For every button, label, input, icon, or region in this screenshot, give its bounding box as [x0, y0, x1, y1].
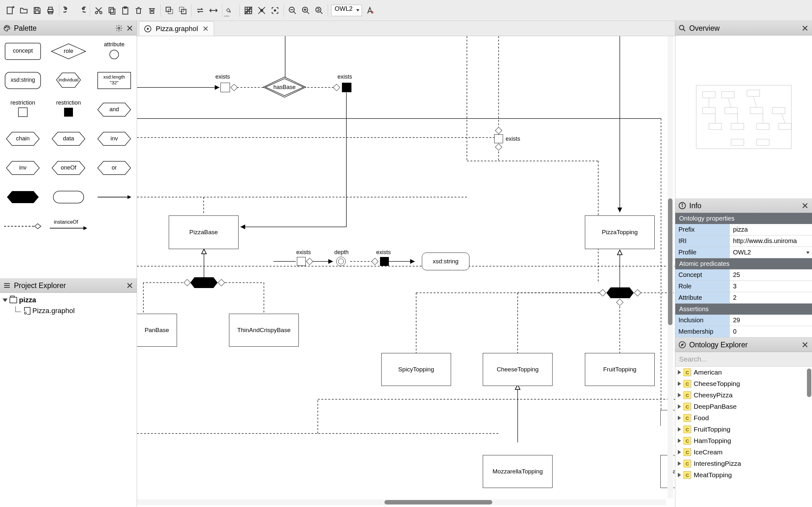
tree-expand-icon[interactable]	[678, 416, 681, 420]
tree-root-row[interactable]: pizza	[1, 295, 136, 305]
profile-select[interactable]: OWL2	[331, 5, 362, 16]
snap-icon[interactable]	[256, 5, 267, 16]
node-cheesetopping[interactable]: CheeseTopping	[483, 353, 553, 386]
canvas-hscroll[interactable]	[137, 499, 666, 505]
print-icon[interactable]	[45, 5, 56, 16]
node-spicytopping[interactable]: SpicyTopping	[381, 353, 451, 386]
resize-h-icon[interactable]	[208, 5, 219, 16]
fill-icon[interactable]	[225, 5, 236, 16]
overview-close-icon[interactable]	[801, 24, 809, 32]
ontology-item[interactable]: CFruitTopping	[675, 424, 812, 435]
palette-inv2[interactable]: inv	[3, 158, 43, 177]
palette-instanceof[interactable]: instanceOf	[49, 217, 89, 236]
overview-minimap[interactable]	[675, 36, 812, 199]
restriction-black-2[interactable]	[380, 257, 389, 266]
swap-h-icon[interactable]	[195, 5, 206, 16]
blackhex-right[interactable]	[606, 286, 635, 299]
palette-close-icon[interactable]	[126, 24, 134, 32]
tree-expand-icon[interactable]	[678, 404, 681, 409]
zoom-in-icon[interactable]	[300, 5, 311, 16]
node-xsdstring[interactable]: xsd:string	[422, 252, 469, 270]
info-close-icon[interactable]	[801, 202, 809, 210]
redo-icon[interactable]	[76, 5, 87, 16]
palette-restriction-white[interactable]: restriction	[3, 100, 43, 119]
ontology-item[interactable]: CCheesyPizza	[675, 389, 812, 401]
attribute-depth[interactable]	[336, 257, 346, 266]
node-fruittopping[interactable]: FruitTopping	[585, 353, 655, 386]
copy-icon[interactable]	[107, 5, 117, 16]
clear-icon[interactable]	[147, 5, 157, 16]
node-hasbase[interactable]: hasBase	[262, 76, 307, 98]
save-icon[interactable]	[32, 5, 43, 16]
bring-front-icon[interactable]	[177, 5, 188, 16]
tree-expand-icon[interactable]	[678, 439, 681, 443]
new-file-icon[interactable]	[5, 5, 16, 16]
palette-concept[interactable]: concept	[3, 42, 43, 61]
ontology-item[interactable]: CHamTopping	[675, 435, 812, 447]
tab-close-icon[interactable]: ✕	[202, 24, 209, 33]
node-mozzarella[interactable]: MozzarellaTopping	[483, 455, 553, 488]
ontology-item[interactable]: CMeatTopping	[675, 469, 812, 481]
blackhex-left[interactable]	[190, 276, 218, 289]
palette-individual[interactable]: individual	[49, 71, 89, 90]
node-thincrispy[interactable]: ThinAndCrispyBase	[229, 314, 299, 347]
open-folder-icon[interactable]	[18, 5, 29, 16]
diagram-canvas[interactable]: hasBase exists exists exists PizzaBase P…	[137, 36, 675, 507]
delete-icon[interactable]	[133, 5, 144, 16]
zoom-out-icon[interactable]	[287, 5, 298, 16]
palette-dashed-diamond[interactable]	[3, 217, 43, 236]
tree-expand-icon[interactable]	[678, 393, 681, 397]
tree-expand-icon[interactable]	[678, 427, 681, 432]
ontology-item[interactable]: CIceCream	[675, 447, 812, 458]
palette-inv1[interactable]: inv	[94, 129, 134, 148]
tree-expand-icon[interactable]	[678, 450, 681, 454]
ontology-item[interactable]: CDeepPanBase	[675, 401, 812, 412]
center-icon[interactable]	[270, 5, 281, 16]
palette-chain[interactable]: chain	[3, 129, 43, 148]
palette-attribute[interactable]: attribute	[94, 42, 134, 61]
zoom-reset-icon[interactable]	[314, 5, 324, 16]
svg-rect-144	[722, 92, 734, 98]
ontology-scrollbar[interactable]	[807, 369, 811, 397]
restriction-black-1[interactable]	[342, 83, 351, 92]
tab-pizza[interactable]: Pizza.graphol ✕	[139, 21, 214, 36]
ontology-item[interactable]: CAmerican	[675, 367, 812, 378]
ontology-explorer-close-icon[interactable]	[801, 341, 809, 349]
canvas-vscroll[interactable]	[667, 36, 673, 498]
palette-xsdlength[interactable]: xsd:length"32"	[94, 71, 134, 90]
grid-off-icon[interactable]	[243, 5, 254, 16]
undo-icon[interactable]	[62, 5, 73, 16]
palette-settings-icon[interactable]	[115, 24, 123, 32]
tree-expand-icon[interactable]	[678, 473, 681, 477]
paste-icon[interactable]	[120, 5, 131, 16]
tree-expand-icon[interactable]	[678, 382, 681, 386]
node-pizzabase[interactable]: PizzaBase	[169, 216, 239, 249]
palette-oneof[interactable]: oneOf	[49, 158, 89, 177]
restriction-white-2[interactable]	[297, 257, 306, 266]
cut-icon[interactable]	[93, 5, 104, 16]
tree-file-row[interactable]: G Pizza.graphol	[1, 305, 136, 316]
node-panbase[interactable]: PanBase	[137, 314, 177, 347]
ontology-item[interactable]: CCheeseTopping	[675, 378, 812, 389]
project-explorer-close-icon[interactable]	[126, 282, 134, 289]
ontology-item[interactable]: CFood	[675, 412, 812, 424]
palette-or[interactable]: or	[94, 158, 134, 177]
palette-restriction-black[interactable]: restriction	[49, 100, 89, 119]
palette-data[interactable]: data	[49, 129, 89, 148]
tree-expand-icon[interactable]	[678, 461, 681, 466]
palette-role[interactable]: role	[49, 42, 89, 61]
palette-arrow[interactable]	[94, 187, 134, 207]
ontology-item[interactable]: CInterestingPizza	[675, 458, 812, 469]
palette-xsdstring[interactable]: xsd:string	[3, 71, 43, 90]
ontology-search-input[interactable]	[678, 355, 809, 364]
restriction-white-1[interactable]	[220, 83, 230, 92]
palette-and[interactable]: and	[94, 100, 134, 119]
tree-expand-icon[interactable]	[678, 370, 681, 375]
restriction-white-center[interactable]	[494, 134, 503, 143]
palette-blackhex[interactable]	[3, 187, 43, 207]
font-icon[interactable]	[364, 5, 375, 16]
palette-roundrect[interactable]	[49, 187, 89, 207]
node-pizzatopping[interactable]: PizzaTopping	[585, 216, 655, 249]
tree-expand-icon[interactable]	[3, 298, 8, 302]
send-back-icon[interactable]	[164, 5, 175, 16]
